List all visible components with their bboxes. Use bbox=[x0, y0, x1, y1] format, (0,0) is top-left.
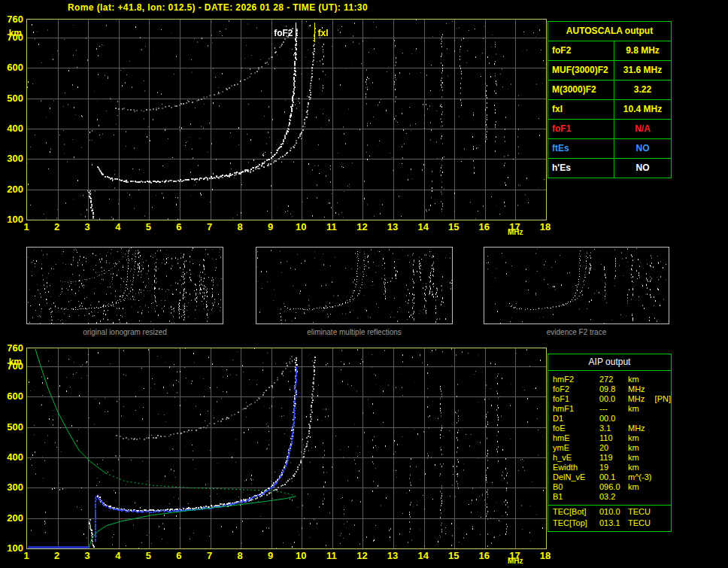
aip-row-note bbox=[655, 375, 671, 384]
x-tick-label: 5 bbox=[139, 550, 157, 561]
aip-row-label: foF1 bbox=[548, 394, 599, 404]
thumbnail-original-ionogram bbox=[26, 247, 223, 324]
x-tick-label: 13 bbox=[384, 221, 402, 232]
autoscala-row-label: M(3000)F2 bbox=[548, 80, 614, 99]
y-tick-label: 300 bbox=[0, 481, 23, 493]
aip-row: TEC[Bot]010.0TECU bbox=[548, 505, 671, 518]
x-tick-label: 14 bbox=[414, 550, 432, 561]
aip-row-label: foF2 bbox=[548, 384, 599, 394]
aip-row-note bbox=[655, 424, 671, 433]
aip-row-value: 110 bbox=[599, 433, 628, 443]
aip-row: DelN_vE00.1m^(-3) bbox=[548, 472, 671, 482]
aip-row-value: 010.0 bbox=[599, 507, 628, 518]
x-tick-label: 7 bbox=[201, 221, 219, 232]
x-tick-label: 11 bbox=[323, 221, 341, 232]
autoscala-row: foF1N/A bbox=[548, 120, 671, 139]
autoscala-row: MUF(3000)F231.6 MHz bbox=[548, 61, 671, 80]
thumbnail-eliminate-reflections bbox=[256, 247, 453, 324]
thumbnail-caption-original: original ionogram resized bbox=[26, 328, 223, 336]
aip-row-value: 3.1 bbox=[599, 424, 628, 433]
x-tick-label: 2 bbox=[48, 550, 66, 561]
aip-row-note bbox=[655, 433, 671, 443]
autoscala-row-label: fxI bbox=[548, 100, 614, 119]
x-tick-label: 13 bbox=[384, 550, 402, 561]
aip-row-value: 03.2 bbox=[599, 492, 628, 502]
autoscala-row-label: h'Es bbox=[548, 159, 614, 178]
x-tick-label: 9 bbox=[262, 550, 280, 561]
aip-row-label: B1 bbox=[548, 492, 599, 502]
y-tick-label: 760 bbox=[0, 342, 23, 354]
autoscala-row-value: NO bbox=[614, 159, 671, 178]
x-axis-unit: MHz bbox=[508, 557, 523, 565]
y-tick-label: 600 bbox=[0, 390, 23, 402]
x-axis-unit: MHz bbox=[508, 228, 523, 236]
aip-row: h_vE119km bbox=[548, 453, 671, 463]
aip-row-label: D1 bbox=[548, 414, 599, 424]
aip-row-unit: km bbox=[628, 482, 655, 492]
y-tick-label: 400 bbox=[0, 123, 23, 134]
x-tick-label: 15 bbox=[444, 550, 463, 561]
autoscala-row-label: foF1 bbox=[548, 120, 614, 138]
y-axis-unit: km bbox=[0, 357, 22, 367]
y-tick-label: 300 bbox=[0, 153, 23, 164]
aip-row-unit: km bbox=[628, 453, 655, 463]
thumbnail-caption-eliminate: eliminate multiple reflections bbox=[256, 328, 453, 336]
aip-row: hmF1---km bbox=[548, 404, 671, 414]
autoscala-row-value: 9.8 MHz bbox=[614, 41, 671, 60]
autoscala-row: h'EsNO bbox=[548, 159, 671, 178]
thumbnail-evidence-canvas bbox=[484, 248, 669, 323]
aip-row-unit: km bbox=[628, 433, 655, 443]
autoscala-row-value: NO bbox=[614, 139, 671, 158]
aip-row-unit: km bbox=[628, 404, 655, 414]
aip-row-note bbox=[655, 518, 671, 528]
aip-row-label: Ewidth bbox=[548, 463, 599, 472]
y-axis-unit: km bbox=[0, 28, 22, 38]
aip-row-label: h_vE bbox=[548, 453, 599, 463]
aip-row-unit: km bbox=[628, 443, 655, 453]
aip-row: TEC[Top]013.1TECU bbox=[548, 518, 671, 528]
aip-row-note bbox=[655, 453, 671, 463]
aip-row-value: 20 bbox=[599, 443, 628, 453]
aip-row-unit: TECU bbox=[628, 518, 655, 528]
aip-row-label: B0 bbox=[548, 482, 599, 492]
thumbnail-eliminate-canvas bbox=[256, 248, 452, 323]
autoscala-output-table: AUTOSCALA output foF29.8 MHzMUF(3000)F23… bbox=[548, 21, 672, 178]
aip-row: hmF2272km bbox=[548, 375, 671, 384]
autoscala-row-value: 10.4 MHz bbox=[614, 100, 671, 119]
x-tick-label: 8 bbox=[231, 550, 249, 561]
y-tick-label: 100 bbox=[0, 214, 23, 225]
x-tick-label: 16 bbox=[475, 550, 493, 561]
y-tick-label: 760 bbox=[0, 14, 23, 25]
aip-row-unit: TECU bbox=[628, 507, 655, 518]
aip-table-title: AIP output bbox=[548, 354, 671, 371]
aip-row: D100.0 bbox=[548, 414, 671, 424]
aip-row-value: 09.8 bbox=[599, 384, 628, 394]
aip-output-table: AIP output hmF2272kmfoF209.8MHzfoF100.0M… bbox=[548, 354, 672, 532]
aip-row-note bbox=[655, 443, 671, 453]
aip-row: foF209.8MHz bbox=[548, 384, 671, 394]
x-tick-label: 6 bbox=[170, 550, 188, 561]
y-tick-label: 500 bbox=[0, 93, 23, 104]
aip-row-unit: km bbox=[628, 375, 655, 384]
y-tick-label: 200 bbox=[0, 512, 23, 524]
x-tick-label: 12 bbox=[353, 550, 371, 561]
aip-table-rows: hmF2272kmfoF209.8MHzfoF100.0MHz[PN]hmF1-… bbox=[548, 371, 671, 528]
aip-row: ymE20km bbox=[548, 443, 671, 453]
aip-row-value: --- bbox=[599, 404, 628, 414]
aip-row-note bbox=[655, 472, 671, 482]
ionogram-bottom-canvas bbox=[27, 348, 546, 548]
autoscala-row-label: foF2 bbox=[548, 41, 614, 60]
autoscala-row-label: ftEs bbox=[548, 139, 614, 158]
x-tick-label: 5 bbox=[139, 221, 157, 232]
aip-row-label: hmE bbox=[548, 433, 599, 443]
x-tick-label: 7 bbox=[201, 550, 219, 561]
x-tick-label: 10 bbox=[292, 550, 310, 561]
thumbnail-evidence-f2 bbox=[484, 247, 669, 324]
y-tick-label: 100 bbox=[0, 542, 23, 554]
autoscala-row: fxI10.4 MHz bbox=[548, 100, 671, 120]
x-tick-label: 16 bbox=[475, 221, 493, 232]
aip-row-label: TEC[Top] bbox=[548, 518, 599, 528]
y-tick-label: 500 bbox=[0, 421, 23, 433]
autoscala-row-value: 31.6 MHz bbox=[614, 61, 671, 80]
autoscala-row: foF29.8 MHz bbox=[548, 41, 671, 61]
